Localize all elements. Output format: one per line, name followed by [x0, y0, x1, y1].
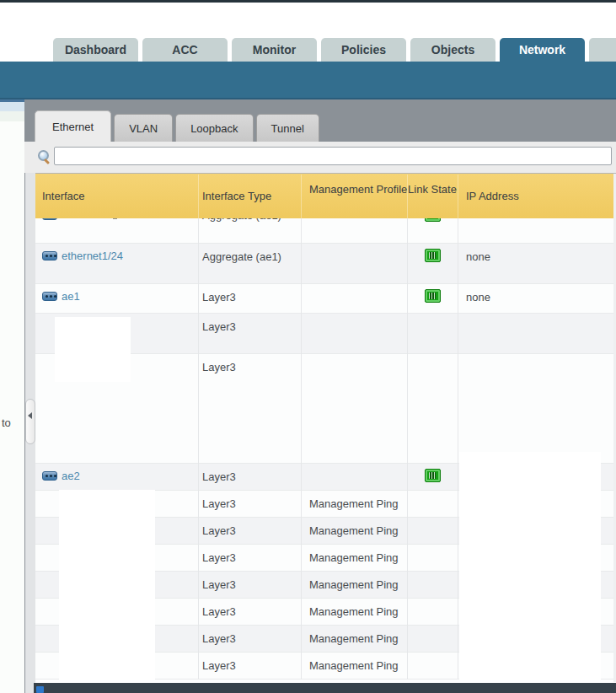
- interface-type-cell: Aggregate (ae1): [202, 250, 281, 263]
- main-tab-bar: Dashboard ACC Monitor Policies Objects N…: [53, 38, 616, 62]
- footer-icon-fragment: [36, 686, 44, 693]
- subtab-band: Ethernet VLAN Loopback Tunnel: [24, 99, 616, 142]
- status-footer: [34, 683, 616, 693]
- interface-link[interactable]: ae2: [62, 470, 80, 482]
- col-header-interface-type[interactable]: Interface Type: [202, 174, 271, 218]
- interface-type-cell: Layer3: [202, 524, 236, 537]
- ethernet-interface-icon: [42, 292, 57, 301]
- management-profile-cell: Management Ping: [309, 605, 399, 618]
- tab-network[interactable]: Network: [500, 38, 585, 62]
- interface-name-cell[interactable]: ae2: [42, 470, 80, 482]
- filter-strip: [24, 142, 616, 173]
- ip-address-cell: none: [466, 250, 490, 263]
- link-state-cell: [407, 249, 458, 262]
- column-divider: [458, 218, 458, 680]
- col-header-interface[interactable]: Interface: [42, 174, 85, 218]
- interface-type-fragment: Aggregate (ae1): [202, 218, 281, 222]
- sidebar-row-highlight: [0, 102, 24, 111]
- interface-type-cell: Layer3: [202, 470, 236, 483]
- ethernet-interface-icon: [42, 471, 57, 481]
- search-icon: [37, 149, 51, 164]
- sidebar-row: [0, 111, 24, 121]
- interface-type-cell: Layer3: [202, 497, 236, 510]
- link-state-cell: [407, 289, 458, 303]
- app-window: Dashboard ACC Monitor Policies Objects N…: [0, 0, 616, 693]
- table-row[interactable]: ethernet1/24 Aggregate (ae1) none: [35, 244, 616, 284]
- window-top-edge: [0, 0, 616, 3]
- ethernet-interface-icon: [42, 251, 57, 261]
- ip-address-cell: none: [466, 291, 490, 304]
- tab-policies[interactable]: Policies: [321, 38, 406, 62]
- tab-monitor[interactable]: Monitor: [232, 38, 317, 62]
- sidebar-text-fragment: to: [2, 416, 11, 429]
- interface-name-cell[interactable]: ae1: [42, 290, 80, 303]
- table-header: Interface Interface Type Management Prof…: [35, 173, 616, 218]
- link-up-icon[interactable]: [425, 218, 441, 222]
- collapse-left-icon: [28, 412, 32, 419]
- management-profile-cell: Management Ping: [309, 659, 399, 672]
- header-divider: [301, 175, 302, 218]
- management-profile-cell: Management Ping: [309, 578, 399, 591]
- subtab-bar: Ethernet VLAN Loopback Tunnel: [35, 110, 322, 142]
- command-bar: [0, 62, 616, 99]
- interface-type-cell: Layer3: [202, 578, 236, 591]
- table-row[interactable]: ae1 Layer3 none: [35, 284, 616, 314]
- col-header-ip-address[interactable]: IP Address: [466, 174, 519, 218]
- interface-link[interactable]: ethernet1/24: [62, 250, 123, 262]
- header-divider: [407, 175, 408, 218]
- filter-input[interactable]: [54, 147, 612, 165]
- header-divider: [198, 175, 199, 218]
- link-state-cell: [407, 469, 458, 482]
- management-profile-cell: Management Ping: [309, 497, 399, 510]
- interface-type-cell: Layer3: [202, 632, 236, 645]
- interface-type-cell: Layer3: [202, 605, 236, 618]
- link-state-cell: [407, 218, 458, 222]
- interface-type-cell: Layer3: [202, 361, 236, 373]
- management-profile-cell: Management Ping: [309, 632, 399, 645]
- interface-name-cell[interactable]: Aggregate (ae1): [42, 218, 62, 220]
- interface-type-cell: Layer3: [202, 291, 236, 304]
- subtab-vlan[interactable]: VLAN: [114, 114, 173, 142]
- link-up-icon[interactable]: [425, 249, 441, 262]
- header-divider: [458, 175, 458, 218]
- subtab-ethernet[interactable]: Ethernet: [35, 110, 111, 142]
- interface-link[interactable]: ae1: [62, 290, 80, 303]
- table-row[interactable]: Aggregate (ae1): [35, 218, 616, 244]
- link-up-icon[interactable]: [425, 289, 441, 303]
- interface-type-cell: Layer3: [202, 659, 236, 672]
- management-profile-cell: Management Ping: [309, 551, 399, 564]
- subtab-tunnel[interactable]: Tunnel: [256, 114, 319, 142]
- tab-dashboard[interactable]: Dashboard: [53, 38, 138, 62]
- column-divider: [301, 218, 302, 680]
- interface-name-cell[interactable]: ethernet1/24: [42, 250, 123, 262]
- tab-device-clipped[interactable]: D: [589, 38, 616, 62]
- sidebar-collapse-handle[interactable]: [25, 399, 35, 444]
- col-header-management-profile[interactable]: Management Profile: [309, 174, 404, 196]
- interface-type-cell: Layer3: [202, 551, 236, 564]
- subtab-loopback[interactable]: Loopback: [175, 114, 253, 142]
- management-profile-cell: Management Ping: [309, 524, 399, 537]
- tab-acc[interactable]: ACC: [142, 38, 228, 62]
- column-divider: [198, 218, 199, 680]
- ethernet-interface-icon: [42, 218, 57, 220]
- table-row[interactable]: Layer3: [35, 314, 616, 354]
- interface-type-cell: Layer3: [202, 320, 236, 333]
- column-divider: [407, 218, 408, 680]
- tab-objects[interactable]: Objects: [410, 38, 495, 62]
- table-body: Aggregate (ae1) ethernet1/24 Aggregate (…: [35, 218, 616, 683]
- ip-address-redaction-block: [459, 452, 601, 681]
- link-up-icon[interactable]: [425, 469, 441, 482]
- interfaces-table: Interface Interface Type Management Prof…: [35, 173, 616, 683]
- col-header-link-state[interactable]: Link State: [407, 174, 458, 196]
- left-sidebar-sliver: to: [0, 99, 24, 693]
